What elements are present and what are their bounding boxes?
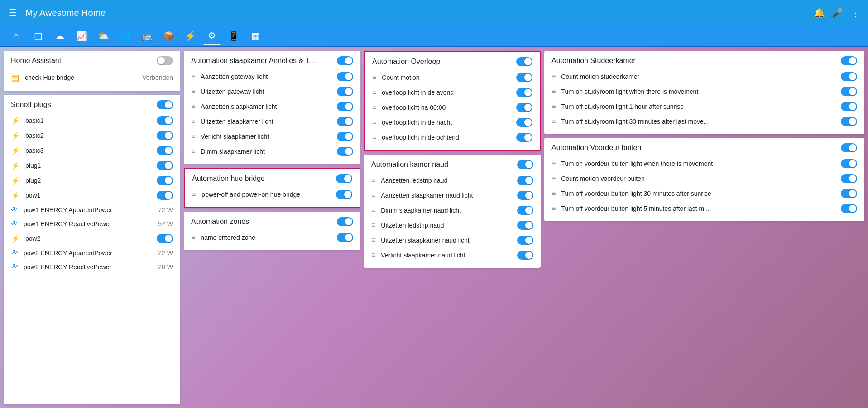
- automation-card-toggle[interactable]: [337, 56, 353, 65]
- subnav-phone-icon[interactable]: 📱: [225, 27, 243, 45]
- plug-icon: ⚡: [11, 234, 20, 243]
- automation-item: ≡Uitzetten gateway licht: [191, 84, 353, 99]
- automation-item-label: Turn on studyroom light when there is mo…: [561, 88, 698, 95]
- subnav-home-icon[interactable]: ⌂: [7, 27, 25, 45]
- subnav-bolt-icon[interactable]: ⚡: [181, 27, 199, 45]
- more-dots-icon[interactable]: ⋮: [850, 7, 861, 18]
- home-assistant-toggle[interactable]: [157, 56, 173, 65]
- app-title: My Awesome Home: [25, 8, 106, 18]
- automation-item: ≡Uitzetten slaapkamer naud licht: [371, 233, 533, 248]
- subnav-weather-icon[interactable]: ⛅: [94, 27, 112, 45]
- sonoff-item-toggle[interactable]: [157, 146, 173, 155]
- automation-card-toggle[interactable]: [841, 56, 857, 65]
- automation-card: Automation kamer naud≡Aanzetten ledstrip…: [364, 155, 541, 268]
- hue-icon: ▤: [11, 72, 19, 83]
- automation-card-toggle[interactable]: [516, 57, 532, 66]
- automation-item-toggle[interactable]: [517, 176, 533, 185]
- automation-card: Automation Voordeur buiten≡Turn on voord…: [544, 138, 864, 221]
- automation-item-label: power-off and power-on hue bridge: [201, 191, 300, 198]
- subnav-table-icon[interactable]: ▦: [246, 27, 264, 45]
- automation-item-toggle[interactable]: [337, 72, 353, 81]
- automation-item-toggle[interactable]: [337, 87, 353, 96]
- automation-item-toggle[interactable]: [337, 233, 353, 242]
- automation-card-toggle[interactable]: [337, 217, 353, 226]
- automation-item-icon: ≡: [551, 204, 556, 213]
- automation-item-toggle[interactable]: [517, 251, 533, 260]
- subnav-settings-icon[interactable]: ⚙: [203, 27, 221, 45]
- automation-item: ≡Uitzetten slaapkamer licht: [191, 114, 353, 129]
- automation-item-icon: ≡: [372, 133, 376, 141]
- automation-item-toggle[interactable]: [517, 236, 533, 245]
- automation-item: ≡Verlicht slaapkamer licht: [191, 129, 353, 144]
- automation-item-toggle[interactable]: [517, 206, 533, 215]
- automation-item-toggle[interactable]: [516, 118, 532, 127]
- automation-item-icon: ≡: [192, 190, 196, 199]
- automation-item-toggle[interactable]: [841, 117, 857, 126]
- automation-item-icon: ≡: [191, 87, 195, 96]
- subnav-bookmarks-icon[interactable]: ◫: [29, 27, 47, 45]
- automation-item-toggle[interactable]: [516, 88, 532, 97]
- subnav-globe-icon[interactable]: 🌐: [116, 27, 134, 45]
- automation-item-toggle[interactable]: [516, 103, 532, 112]
- column-4: Automation Studeerkamer≡Count motion stu…: [544, 51, 864, 404]
- sonoff-item-toggle[interactable]: [157, 116, 173, 125]
- automation-item-toggle[interactable]: [337, 102, 353, 111]
- sonoff-item-toggle[interactable]: [157, 161, 173, 170]
- automation-item-toggle[interactable]: [841, 72, 857, 81]
- sonoff-item-toggle[interactable]: [157, 131, 173, 140]
- automation-item-label: Count motion voordeur buiten: [561, 175, 644, 182]
- automation-item-toggle[interactable]: [516, 73, 532, 82]
- automation-item-toggle[interactable]: [841, 87, 857, 96]
- menu-icon[interactable]: ☰: [7, 7, 18, 18]
- automation-item-toggle[interactable]: [841, 174, 857, 183]
- sonoff-item-toggle[interactable]: [157, 191, 173, 200]
- topnav: ☰ My Awesome Home 🔔 🎤 ⋮: [0, 0, 868, 25]
- automation-item-toggle[interactable]: [841, 189, 857, 198]
- subnav-cloud-icon[interactable]: ☁: [51, 27, 69, 45]
- automation-item-toggle[interactable]: [516, 133, 532, 142]
- subnav-bus-icon[interactable]: 🚌: [138, 27, 156, 45]
- automation-item-icon: ≡: [191, 117, 195, 126]
- automation-item-label: Verlicht slaapkamer naud licht: [381, 252, 465, 259]
- sonoff-item-value: 20 W: [158, 263, 173, 271]
- sonoff-item-label: pow1 ENERGY ReactivePower: [24, 220, 111, 228]
- automation-item-label: Turn off voordeur buiten light 5 minutes…: [561, 205, 710, 212]
- automation-item: ≡Count motion: [372, 70, 532, 85]
- subnav-chart-icon[interactable]: 📈: [72, 27, 91, 45]
- automation-item-icon: ≡: [191, 147, 195, 155]
- bell-icon[interactable]: 🔔: [814, 7, 825, 18]
- automation-item-toggle[interactable]: [337, 147, 353, 156]
- sonoff-item: ⚡plug1: [11, 158, 173, 173]
- mic-icon[interactable]: 🎤: [832, 7, 843, 18]
- automation-item-toggle[interactable]: [841, 102, 857, 111]
- sonoff-item: ⚡pow1: [11, 188, 173, 203]
- sonoff-item-toggle[interactable]: [157, 234, 173, 243]
- automation-item-toggle[interactable]: [517, 221, 533, 230]
- automation-item-toggle[interactable]: [336, 190, 352, 199]
- automation-item-toggle[interactable]: [337, 117, 353, 126]
- sonoff-item-label: pow1: [25, 192, 40, 199]
- automation-card-toggle[interactable]: [841, 143, 857, 152]
- automation-item-toggle[interactable]: [841, 159, 857, 168]
- automation-item-toggle[interactable]: [337, 132, 353, 141]
- eye-icon: 👁: [11, 220, 18, 228]
- hue-bridge-row: ▤ check Hue bridge Verbonden: [11, 69, 173, 86]
- sonoff-toggle[interactable]: [157, 100, 173, 109]
- automation-item-label: Dimm slaapkamer naud licht: [381, 207, 461, 214]
- automation-item-icon: ≡: [371, 251, 375, 259]
- automation-item-icon: ≡: [371, 176, 375, 185]
- automation-item-toggle[interactable]: [517, 191, 533, 200]
- automation-item-label: Uitzetten gateway licht: [201, 88, 264, 95]
- automation-item-label: overloop licht na 00:00: [382, 104, 446, 111]
- sonoff-item-label: basic2: [25, 132, 43, 139]
- automation-item-label: Uitzetten slaapkamer naud licht: [381, 237, 469, 244]
- automation-item-label: Count motion studeerkamer: [561, 73, 639, 80]
- automation-card-toggle[interactable]: [336, 174, 352, 183]
- sonoff-item-toggle[interactable]: [157, 176, 173, 185]
- automation-card-toggle[interactable]: [517, 160, 533, 169]
- automation-item-icon: ≡: [551, 160, 556, 168]
- automation-item-toggle[interactable]: [841, 204, 857, 213]
- automation-item-label: Aanzetten slaapkamer naud licht: [381, 192, 473, 199]
- sonoff-item-label: pow2 ENERGY ApparentPower: [24, 249, 112, 257]
- subnav-cube-icon[interactable]: 📦: [159, 27, 177, 45]
